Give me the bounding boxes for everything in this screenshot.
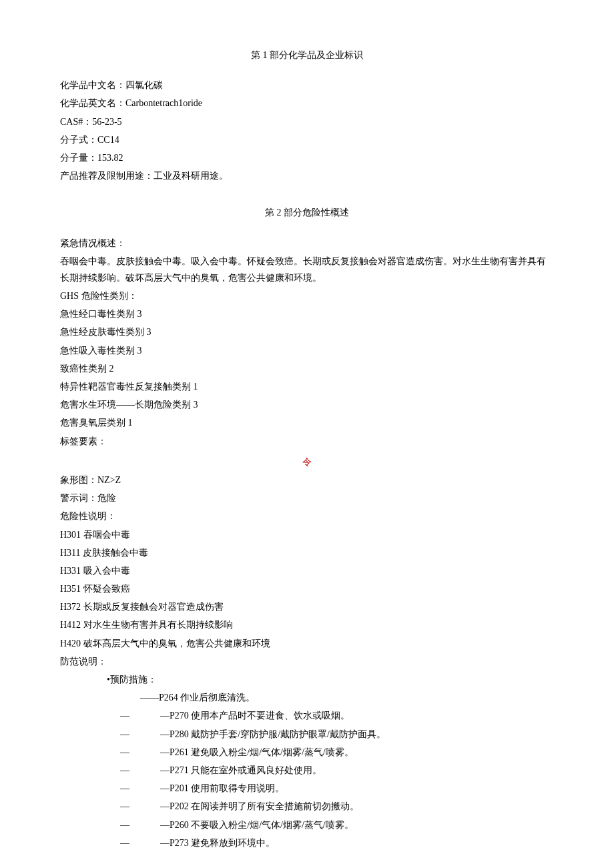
- hazard-statement: H331 吸入会中毒: [60, 562, 554, 579]
- ghs-category: 特异性靶器官毒性反复接触类别 1: [60, 378, 554, 395]
- dash-icon: —: [120, 707, 160, 724]
- cas-value: 56-23-5: [92, 117, 121, 127]
- formula-row: 分子式：CC14: [60, 131, 554, 148]
- precaution-item: — —P261 避免吸入粉尘/烟/气体/烟雾/蒸气/喷雾。: [60, 744, 554, 761]
- mw-row: 分子量：153.82: [60, 149, 554, 166]
- precaution-text: —P201 使用前取得专用说明。: [160, 780, 554, 797]
- cas-row: CAS#：56-23-5: [60, 113, 554, 130]
- dash-icon: —: [120, 744, 160, 761]
- precaution-text: —P280 戴防护手套/穿防护服/戴防护眼罩/戴防护面具。: [160, 726, 554, 743]
- ghs-label: GHS 危险性类别：: [60, 288, 554, 304]
- use-value: 工业及科研用途。: [154, 171, 228, 181]
- pictogram-value: NZ>Z: [97, 475, 121, 485]
- hazard-statement: H351 怀疑会致癌: [60, 580, 554, 597]
- hazard-statement: H372 长期或反复接触会对器官造成伤害: [60, 598, 554, 615]
- precaution-item: — —P270 使用本产品时不要进食、饮水或吸烟。: [60, 707, 554, 724]
- emergency-text: 吞咽会中毒。皮肤接触会中毒。吸入会中毒。怀疑会致癌。长期或反复接触会对器官造成伤…: [60, 253, 554, 286]
- precaution-sub: •预防措施：: [60, 671, 554, 688]
- symbol-red: 令: [60, 454, 554, 470]
- precaution-item: — —P260 不要吸入粉尘/烟/气体/烟雾/蒸气/喷雾。: [60, 817, 554, 833]
- cas-label: CAS#：: [60, 117, 92, 127]
- mw-label: 分子量：: [60, 153, 97, 163]
- hazard-statement: H420 破坏高层大气中的臭氧，危害公共健康和环境: [60, 635, 554, 652]
- precaution-item: — —P273 避免释放到环境中。: [60, 835, 554, 851]
- precaution-item: — —P280 戴防护手套/穿防护服/戴防护眼罩/戴防护面具。: [60, 726, 554, 743]
- dash-icon: —: [120, 726, 160, 743]
- precaution-item: — —P202 在阅读并明了所有安全措施前切勿搬动。: [60, 798, 554, 815]
- precaution-item: ——P264 作业后彻底清洗。: [60, 689, 554, 706]
- precaution-item: — —P201 使用前取得专用说明。: [60, 780, 554, 797]
- ghs-category: 急性吸入毒性类别 3: [60, 342, 554, 359]
- english-name-row: 化学品英文名：Carbontetrach1oride: [60, 95, 554, 111]
- chinese-name-label: 化学品中文名：: [60, 80, 125, 90]
- chinese-name-value: 四氯化碳: [125, 80, 163, 90]
- ghs-category: 危害水生环境——长期危险类别 3: [60, 396, 554, 413]
- english-name-label: 化学品英文名：: [60, 98, 125, 108]
- hazard-stmt-label: 危险性说明：: [60, 508, 554, 524]
- precaution-item: — —P271 只能在室外或通风良好处使用。: [60, 762, 554, 779]
- signal-label: 警示词：: [60, 493, 97, 503]
- dash-icon: —: [120, 835, 160, 851]
- precaution-text: —P273 避免释放到环境中。: [160, 835, 554, 851]
- signal-value: 危险: [97, 493, 116, 503]
- formula-label: 分子式：: [60, 135, 97, 145]
- ghs-category: 危害臭氧层类别 1: [60, 414, 554, 431]
- ghs-category: 致癌性类别 2: [60, 360, 554, 377]
- hazard-statement: H301 吞咽会中毒: [60, 526, 554, 543]
- dash-icon: —: [120, 817, 160, 833]
- ghs-category: 急性经皮肤毒性类别 3: [60, 324, 554, 340]
- section-2-title: 第 2 部分危险性概述: [60, 204, 554, 221]
- use-label: 产品推荐及限制用途：: [60, 171, 154, 181]
- dash-icon: —: [120, 780, 160, 797]
- precaution-text: —P271 只能在室外或通风良好处使用。: [160, 762, 554, 779]
- signal-row: 警示词：危险: [60, 490, 554, 506]
- dash-icon: —: [120, 762, 160, 779]
- english-name-value: Carbontetrach1oride: [125, 98, 202, 108]
- precaution-text: —P270 使用本产品时不要进食、饮水或吸烟。: [160, 707, 554, 724]
- chinese-name-row: 化学品中文名：四氯化碳: [60, 77, 554, 93]
- use-row: 产品推荐及限制用途：工业及科研用途。: [60, 167, 554, 184]
- emergency-label: 紧急情况概述：: [60, 235, 554, 252]
- section-1-title: 第 1 部分化学品及企业标识: [60, 47, 554, 63]
- pictogram-row: 象形图：NZ>Z: [60, 472, 554, 488]
- precaution-text: —P260 不要吸入粉尘/烟/气体/烟雾/蒸气/喷雾。: [160, 817, 554, 833]
- hazard-statement: H412 对水生生物有害并具有长期持续影响: [60, 616, 554, 633]
- precaution-text: —P202 在阅读并明了所有安全措施前切勿搬动。: [160, 798, 554, 815]
- precaution-text: —P261 避免吸入粉尘/烟/气体/烟雾/蒸气/喷雾。: [160, 744, 554, 761]
- mw-value: 153.82: [97, 153, 123, 163]
- pictogram-label: 象形图：: [60, 475, 97, 485]
- label-elements: 标签要素：: [60, 433, 554, 450]
- precaution-label: 防范说明：: [60, 653, 554, 670]
- hazard-statement: H311 皮肤接触会中毒: [60, 544, 554, 561]
- dash-icon: —: [120, 798, 160, 815]
- ghs-category: 急性经口毒性类别 3: [60, 306, 554, 322]
- formula-value: CC14: [97, 135, 119, 145]
